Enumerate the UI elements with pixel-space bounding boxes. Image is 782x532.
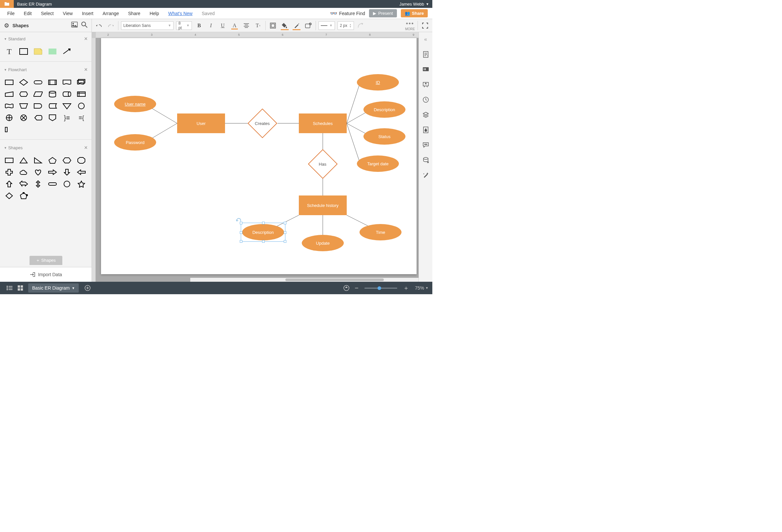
undo-button[interactable] — [95, 21, 104, 30]
fc-document[interactable] — [61, 78, 73, 87]
gear-icon[interactable]: ⚙ — [4, 22, 9, 29]
zoom-slider[interactable] — [364, 288, 397, 289]
fc-display[interactable] — [32, 113, 44, 122]
section-shapes-header[interactable]: ▼ Shapes × — [0, 141, 92, 154]
er-attr-password[interactable]: Password — [114, 134, 156, 150]
history-icon[interactable] — [421, 95, 430, 104]
fc-data[interactable] — [32, 90, 44, 99]
page-tab-dropdown[interactable]: Basic ER Diagram ▼ — [28, 283, 79, 292]
fc-internal-storage[interactable] — [75, 90, 87, 99]
sh-diamond[interactable] — [3, 191, 15, 201]
menu-help[interactable]: Help — [147, 9, 162, 17]
collapse-right-rail[interactable]: « — [421, 35, 430, 44]
data-link-icon[interactable] — [421, 155, 430, 165]
menu-edit[interactable]: Edit — [21, 9, 34, 17]
add-page-button[interactable] — [82, 284, 93, 292]
sh-right-triangle[interactable] — [32, 156, 44, 165]
line-color-button[interactable] — [292, 21, 301, 30]
close-icon[interactable]: × — [84, 144, 87, 151]
fc-annotation[interactable]: ≡{ — [75, 113, 87, 122]
grid-view-icon[interactable] — [15, 284, 26, 292]
underline-button[interactable]: U — [218, 21, 227, 30]
fc-predef[interactable] — [46, 78, 59, 87]
document-title[interactable]: Basic ER Diagram — [14, 2, 399, 6]
fill-bucket-button[interactable] — [280, 21, 289, 30]
canvas-area[interactable]: 23456789 User name — [92, 32, 419, 282]
sh-hexagon[interactable] — [61, 156, 73, 165]
rotate-handle-icon[interactable] — [236, 217, 242, 222]
fc-brace-r[interactable]: }≡ — [61, 113, 73, 122]
menu-select[interactable]: Select — [38, 9, 57, 17]
fc-connector[interactable] — [75, 101, 87, 110]
add-shapes-button[interactable]: ＋ Shapes — [30, 256, 62, 265]
fc-delay[interactable] — [32, 101, 44, 110]
canvas-page[interactable]: User name Password User Creates Schedule… — [101, 38, 417, 274]
note-yellow-shape[interactable] — [32, 47, 44, 56]
er-attr-description2[interactable]: Description — [242, 224, 284, 240]
list-view-icon[interactable] — [4, 284, 15, 292]
rect-shape[interactable] — [18, 47, 30, 56]
fc-direct-data[interactable] — [61, 90, 73, 99]
er-attr-time[interactable]: Time — [359, 224, 401, 240]
fc-manual-op[interactable] — [18, 101, 30, 110]
line-style-select[interactable]: ▼ — [319, 21, 335, 30]
sh-pentagon[interactable] — [46, 156, 59, 165]
menu-whats-new[interactable]: What's New — [166, 9, 195, 17]
more-button[interactable]: ••• MORE — [405, 20, 415, 31]
font-select[interactable]: Liberation Sans ▼ — [121, 21, 174, 30]
fc-manual-input[interactable] — [3, 90, 15, 99]
er-entity-schedule-history[interactable]: Schedule history — [299, 196, 347, 215]
fc-off-page[interactable] — [46, 113, 59, 122]
fc-stored-data[interactable] — [46, 101, 59, 110]
note-green-shape[interactable] — [46, 47, 59, 56]
layers-icon[interactable] — [421, 110, 430, 119]
er-attr-update[interactable]: Update — [302, 235, 344, 251]
share-button[interactable]: 👥 Share — [401, 9, 428, 17]
fc-tape[interactable] — [3, 101, 15, 110]
user-menu[interactable]: James Webb ▼ — [399, 2, 432, 6]
text-color-button[interactable]: A — [230, 21, 239, 30]
sh-pill[interactable] — [46, 179, 59, 188]
sh-arrow-ud[interactable] — [32, 179, 44, 188]
menu-view[interactable]: View — [60, 9, 75, 17]
sh-arrow-down[interactable] — [61, 168, 73, 177]
fc-card[interactable] — [3, 125, 15, 134]
sh-rect[interactable] — [3, 156, 15, 165]
section-flowchart-header[interactable]: ▼ Flowchart × — [0, 63, 92, 76]
bold-button[interactable]: B — [194, 21, 204, 30]
fc-merge[interactable] — [61, 101, 73, 110]
folder-icon[interactable] — [0, 0, 14, 8]
er-attr-id[interactable]: ID — [357, 74, 399, 91]
zoom-out-button[interactable]: − — [352, 283, 361, 293]
menu-insert[interactable]: Insert — [79, 9, 96, 17]
align-button[interactable] — [242, 21, 251, 30]
fc-decision[interactable] — [18, 78, 30, 87]
line-arrow-button[interactable] — [357, 21, 366, 30]
sh-octagon[interactable] — [75, 156, 87, 165]
sh-arrow-left-block[interactable] — [75, 168, 87, 177]
close-icon[interactable]: × — [84, 66, 87, 73]
page-icon[interactable] — [421, 50, 430, 59]
zoom-level-dropdown[interactable]: 75% ▼ — [415, 285, 428, 291]
feature-find-button[interactable]: 👓 Feature Find — [330, 10, 365, 17]
present-panel-icon[interactable] — [421, 80, 430, 89]
shape-fill-rect-button[interactable] — [268, 21, 278, 30]
shape-style-button[interactable] — [304, 21, 313, 30]
search-icon[interactable] — [81, 21, 87, 30]
fc-sum[interactable] — [18, 113, 30, 122]
sh-arrow-up[interactable] — [3, 179, 15, 188]
fill-panel-icon[interactable] — [421, 125, 430, 135]
fullscreen-button[interactable] — [421, 21, 430, 30]
sh-arrow-lr[interactable] — [18, 179, 30, 188]
fc-multidoc[interactable] — [75, 78, 87, 87]
fc-database[interactable] — [46, 90, 59, 99]
sh-heart[interactable] — [32, 168, 44, 177]
er-attr-status[interactable]: Status — [363, 128, 405, 145]
close-icon[interactable]: × — [84, 35, 87, 42]
zoom-in-button[interactable]: ＋ — [400, 283, 412, 293]
text-shape[interactable]: T — [3, 47, 15, 56]
present-button[interactable]: ▶ Present — [369, 9, 397, 17]
italic-button[interactable]: I — [206, 21, 215, 30]
er-attr-user-name[interactable]: User name — [114, 96, 156, 112]
menu-file[interactable]: File — [5, 9, 17, 17]
